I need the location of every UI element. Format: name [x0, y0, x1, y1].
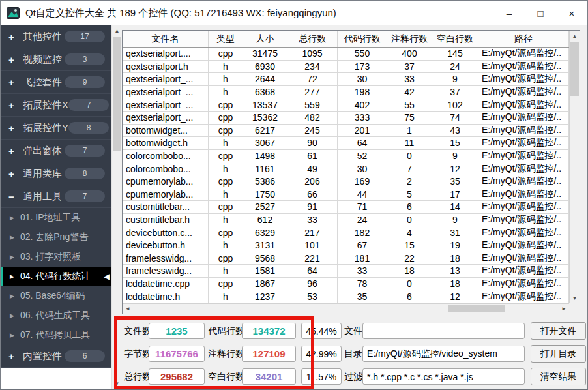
table-cell: customtitlebar.h	[123, 214, 209, 226]
table-row[interactable]: qextserialport.hh69302341733724E:/myQt/源…	[123, 61, 569, 74]
scroll-up-icon[interactable]: ▲	[570, 31, 580, 41]
table-row[interactable]: framelesswidg...h158164331813E:/myQt/源码监…	[123, 265, 569, 278]
table-row[interactable]: lcddatetime.cppcpp18679678018E:/myQt/源码监…	[123, 278, 569, 291]
sidebar-group-item[interactable]: + 视频监控 3	[1, 48, 111, 71]
sidebar-scrollbar-thumb[interactable]	[113, 37, 121, 151]
column-header[interactable]: 路径	[478, 31, 569, 47]
table-row[interactable]: bottomwidget...cpp6217245201143E:/myQt/源…	[123, 125, 569, 138]
sidebar-group-item[interactable]: + 其他控件 17	[1, 25, 111, 48]
table-row[interactable]: colorcombobo...cpp1498615209E:/myQt/源码监控…	[123, 150, 569, 163]
table-row[interactable]: qextserialport_...cpp153624823337574E:/m…	[123, 112, 569, 125]
table-cell: 1581	[243, 265, 287, 277]
sidebar-child-item[interactable]: ▶ 02. 去除Png警告	[1, 228, 111, 247]
column-header[interactable]: 空白行数	[432, 31, 478, 47]
table-row[interactable]: bottomwidget.hh306790641115E:/myQt/源码监控/…	[123, 137, 569, 150]
scrollbar-corner	[569, 303, 580, 314]
table-row[interactable]: lcddatetime.hh12375335612E:/myQt/源码监控/..	[123, 290, 569, 303]
expander-icon[interactable]: +	[8, 351, 19, 362]
table-cell: E:/myQt/源码监控/..	[478, 265, 569, 277]
column-header[interactable]: 类型	[209, 31, 243, 47]
table-cell: 30	[338, 162, 387, 175]
sidebar-group-item[interactable]: + 通用类库 8	[1, 162, 111, 185]
table-vscroll-thumb[interactable]	[570, 42, 579, 96]
form-text-input[interactable]	[362, 346, 525, 362]
table-cell: 91	[287, 201, 338, 213]
sidebar-group-item[interactable]: + 拓展控件Y 8	[1, 117, 111, 140]
action-button[interactable]: 清空结果	[531, 368, 586, 385]
table-cell: 402	[338, 98, 387, 111]
column-header[interactable]: 文件名	[123, 31, 209, 47]
table-cell: 37	[432, 86, 478, 98]
table-cell: cpumemorylab...	[123, 188, 209, 201]
action-button[interactable]: 打开目录	[531, 345, 586, 363]
table-cell: 74	[432, 112, 478, 124]
table-row[interactable]: devicebutton.c...cpp6329217182431E:/myQt…	[123, 226, 569, 239]
sidebar-child-item[interactable]: ▶ 04. 代码行数统计 ◀	[1, 267, 111, 286]
table-row[interactable]: qextserialport_...h26447230339E:/myQt/源码…	[123, 73, 569, 86]
table-cell: 3131	[243, 239, 287, 252]
form-text-input[interactable]	[362, 323, 525, 339]
table-cell: E:/myQt/源码监控/..	[478, 226, 569, 239]
table-cell: lcddatetime.h	[123, 290, 209, 303]
sidebar-group-item[interactable]: − 通用工具 7	[1, 185, 111, 208]
close-button[interactable]: ×	[556, 1, 587, 25]
sidebar-group-item[interactable]: + 飞控套件 9	[1, 71, 111, 94]
sidebar-child-item[interactable]: ▶ 06. 代码生成工具	[1, 306, 111, 325]
table-row[interactable]: devicebutton.hh3131101671519E:/myQt/源码监控…	[123, 239, 569, 252]
maximize-button[interactable]: □	[525, 1, 556, 25]
sidebar-scrollbar[interactable]: ▲ ▼	[111, 25, 122, 389]
count-badge: 7	[65, 190, 105, 202]
minimize-button[interactable]: –	[493, 1, 525, 25]
expander-icon[interactable]: +	[8, 31, 19, 42]
sidebar-group-item[interactable]: + 内置控件 6	[1, 345, 111, 368]
table-hscroll-thumb[interactable]	[448, 305, 505, 312]
table-row[interactable]: cpumemorylab...cpp5386206169235E:/myQt/源…	[123, 175, 569, 188]
action-button[interactable]: 打开文件	[531, 322, 586, 340]
table-horizontal-scrollbar[interactable]: ◄ ►	[123, 303, 569, 314]
sidebar-group-item[interactable]: + 拓展控件X 7	[1, 94, 111, 117]
table-row[interactable]: customtitlebar...cpp25279171614E:/myQt/源…	[123, 201, 569, 214]
table-cell: 2644	[243, 73, 287, 85]
expander-icon[interactable]: +	[8, 168, 19, 179]
table-cell: 24	[432, 61, 478, 73]
sidebar-child-item[interactable]: ▶ 05. Base64编码	[1, 286, 111, 306]
sidebar-child-item[interactable]: ▶ 03. 打字对照板	[1, 247, 111, 267]
table-cell: 31	[432, 226, 478, 239]
branch-arrow-icon: ▶	[10, 273, 14, 280]
table-row[interactable]: cpumemorylab...h17506644517E:/myQt/源码监控/…	[123, 188, 569, 202]
column-header[interactable]: 注释行数	[387, 31, 432, 47]
expander-icon[interactable]: +	[8, 100, 19, 111]
sidebar-child-item[interactable]: ▶ 01. IP地址工具	[1, 208, 111, 228]
table-cell: 43	[432, 125, 478, 137]
column-header[interactable]: 总行数	[287, 31, 338, 47]
sidebar-child-item[interactable]: ▶ 07. 代码拷贝工具	[1, 325, 111, 345]
expander-icon[interactable]: +	[8, 123, 19, 134]
scroll-up-icon[interactable]: ▲	[112, 25, 122, 36]
form-text-input[interactable]	[362, 368, 525, 385]
table-row[interactable]: qextserialport....cpp314751095550400145E…	[123, 48, 569, 61]
app-logo-icon	[7, 7, 20, 20]
table-vertical-scrollbar[interactable]: ▲ ▼	[569, 31, 580, 303]
table-row[interactable]: qextserialport_...h63682771984237E:/myQt…	[123, 86, 569, 99]
table-cell: 35	[432, 175, 478, 188]
table-cell: 71	[338, 201, 387, 213]
sidebar-group-item[interactable]: + 弹出窗体 7	[1, 140, 111, 162]
table-cell: E:/myQt/源码监控/..	[478, 162, 569, 175]
scroll-left-icon[interactable]: ◄	[123, 304, 133, 314]
scroll-down-icon[interactable]: ▼	[112, 378, 122, 389]
scroll-right-icon[interactable]: ►	[559, 304, 569, 314]
expander-icon[interactable]: +	[8, 145, 19, 157]
column-header[interactable]: 代码行数	[338, 31, 387, 47]
scroll-down-icon[interactable]: ▼	[570, 293, 580, 303]
expander-icon[interactable]: +	[8, 77, 19, 88]
table-row[interactable]: framelesswidg...cpp95682211812218E:/myQt…	[123, 252, 569, 265]
table-row[interactable]: customtitlebar.hh612332409E:/myQt/源码监控/.…	[123, 214, 569, 227]
table-cell: lcddatetime.cpp	[123, 278, 209, 290]
expander-icon[interactable]: +	[8, 54, 19, 65]
table-row[interactable]: qextserialport_...cpp1353755940255102E:/…	[123, 98, 569, 112]
column-header[interactable]: 大小	[243, 31, 287, 47]
expander-icon[interactable]: −	[8, 191, 19, 202]
table-cell: h	[209, 214, 243, 226]
table-cell: E:/myQt/源码监控/..	[478, 150, 569, 162]
table-row[interactable]: colorcombobo...h11614930712E:/myQt/源码监控/…	[123, 162, 569, 175]
